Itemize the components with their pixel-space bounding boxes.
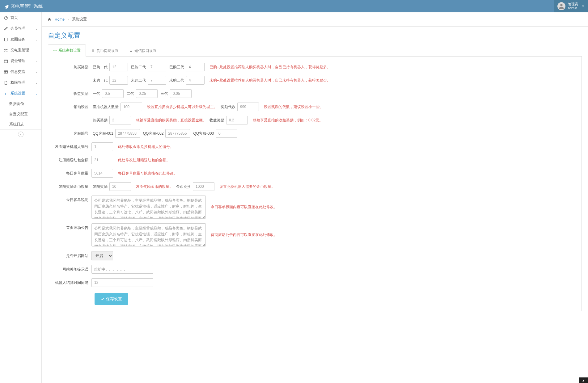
input-income-3[interactable] — [170, 89, 192, 98]
input-income-2[interactable] — [136, 89, 158, 98]
breadcrumb: Home › 系统设置 — [42, 12, 588, 27]
input-bought-1[interactable] — [109, 63, 128, 71]
svg-text:T: T — [4, 92, 6, 95]
cogs-icon — [53, 49, 57, 53]
user-menu[interactable]: 管理员 admin — [554, 0, 588, 12]
input-daily-order[interactable] — [91, 169, 113, 178]
nav-home[interactable]: 首页 — [0, 12, 41, 23]
svg-point-7 — [131, 50, 132, 51]
input-qq-2[interactable] — [165, 129, 190, 138]
input-settle-time[interactable] — [91, 278, 153, 287]
nav-circle[interactable]: 发圈任务⌄ — [0, 34, 41, 45]
input-qq-1[interactable] — [115, 129, 140, 138]
hint-unbought: 未购--此处设置推荐别人购买机器人时，自己未持有机器人，获得奖励少。 — [209, 78, 331, 83]
chevron-down-icon: ⌄ — [35, 27, 38, 30]
home-icon — [47, 17, 52, 22]
chevron-down-icon — [582, 6, 584, 7]
avatar — [557, 2, 565, 10]
input-leader-gen[interactable] — [237, 103, 259, 111]
shuffle-icon — [4, 48, 8, 53]
svg-point-6 — [55, 50, 56, 51]
nav-charger[interactable]: 充电宝管理⌄ — [0, 45, 41, 56]
input-unbought-2[interactable] — [148, 76, 166, 85]
svg-rect-4 — [4, 70, 8, 73]
input-circle-robot[interactable] — [91, 142, 113, 151]
input-bought-2[interactable] — [148, 63, 166, 71]
sidebar: 首页 会员管理⌄ 发圈任务⌄ 充电宝管理⌄ 资金管理⌄ 信息交流⌄ 权限管理⌄ … — [0, 12, 42, 383]
label-reg-red: 注册赠送红包金额 — [51, 158, 91, 163]
app-title: 充电宝管理系统 — [11, 3, 43, 9]
input-reg-red[interactable] — [91, 156, 113, 164]
label-settle-time: 机器人结算时间间隔 — [51, 280, 91, 285]
edit-icon — [4, 27, 8, 31]
label-buy-reward: 购买奖励 — [51, 65, 91, 70]
input-income-1[interactable] — [102, 89, 124, 98]
input-gold-exchange[interactable] — [193, 182, 214, 191]
collapse-sidebar[interactable]: ‹ — [0, 129, 41, 139]
label-circle-robot: 发圈赠送机器人编号 — [51, 144, 91, 149]
label-close-tip: 网站关闭提示语 — [51, 267, 91, 272]
input-leader-income[interactable] — [226, 116, 248, 124]
form-area: 购买奖励 已购一代 已购二代 已购三代 已购--此处设置推荐别人购买机器人时，自… — [48, 57, 582, 311]
input-today-desc[interactable] — [91, 196, 206, 219]
page-title: 自定义配置 — [48, 31, 582, 40]
text-icon: T — [4, 91, 8, 96]
sub-backup[interactable]: 数据备份 — [0, 99, 41, 109]
input-leader-robots[interactable] — [121, 103, 142, 111]
label-today-desc: 今日客单说明 — [51, 196, 91, 203]
table-icon — [4, 70, 8, 74]
hint-bought: 已购--此处设置推荐别人购买机器人时，自己已持有机器人，获得奖励多。 — [209, 65, 331, 70]
label-home-notice: 首页滚动公告 — [51, 223, 91, 230]
dashboard-icon — [4, 16, 8, 20]
input-close-tip[interactable] — [91, 265, 153, 274]
nav-settings[interactable]: T系统设置⌄ — [0, 88, 41, 99]
user-info: 管理员 admin — [568, 2, 578, 10]
user-icon — [129, 49, 133, 53]
label-circle-gold: 发圈奖励金币数量 — [51, 184, 91, 189]
select-site-open[interactable]: 开启 — [91, 251, 113, 260]
header-brand: 充电宝管理系统 — [4, 3, 43, 9]
save-button[interactable]: 保存设置 — [95, 293, 128, 305]
input-leader-buy[interactable] — [109, 116, 131, 124]
nav-info[interactable]: 信息交流⌄ — [0, 66, 41, 77]
input-unbought-3[interactable] — [186, 76, 205, 85]
tab-sms[interactable]: 短信接口设置 — [124, 44, 162, 57]
check-icon — [101, 297, 104, 301]
input-bought-3[interactable] — [186, 63, 205, 71]
svg-rect-3 — [4, 60, 8, 62]
calendar-icon — [4, 59, 8, 63]
scroll-top-button[interactable]: ▲ — [579, 377, 588, 383]
header: 充电宝管理系统 管理员 admin — [0, 0, 588, 12]
main-content: Home › 系统设置 自定义配置 系统参数设置 货币提现设置 短信接口设置 购… — [42, 12, 588, 383]
nav-member[interactable]: 会员管理⌄ — [0, 23, 41, 34]
tab-system[interactable]: 系统参数设置 — [48, 44, 86, 57]
nav-fund[interactable]: 资金管理⌄ — [0, 56, 41, 66]
input-home-notice[interactable] — [91, 223, 206, 246]
sub-custom[interactable]: 自定义配置 — [0, 109, 41, 119]
nav-perm[interactable]: 权限管理⌄ — [0, 77, 41, 88]
label-qq: 客服编号 — [51, 131, 91, 136]
input-circle-reward[interactable] — [109, 182, 131, 191]
breadcrumb-home[interactable]: Home — [55, 17, 65, 22]
label-leader: 领袖设置 — [51, 104, 91, 110]
label-income: 收益奖励 — [51, 91, 91, 96]
input-unbought-1[interactable] — [109, 76, 128, 85]
input-qq-3[interactable] — [216, 129, 237, 138]
tabs: 系统参数设置 货币提现设置 短信接口设置 — [48, 44, 582, 57]
label-daily-order: 每日客单数量 — [51, 171, 91, 176]
file-icon — [4, 81, 8, 85]
book-icon — [4, 37, 8, 42]
sub-log[interactable]: 系统日志 — [0, 119, 41, 129]
tab-currency[interactable]: 货币提现设置 — [86, 44, 124, 57]
label-site-open: 是否开启网站 — [51, 253, 91, 259]
svg-rect-2 — [4, 38, 7, 41]
svg-point-0 — [560, 4, 562, 6]
leaf-icon — [4, 4, 9, 9]
breadcrumb-current: 系统设置 — [72, 17, 87, 22]
list-icon — [91, 49, 95, 53]
